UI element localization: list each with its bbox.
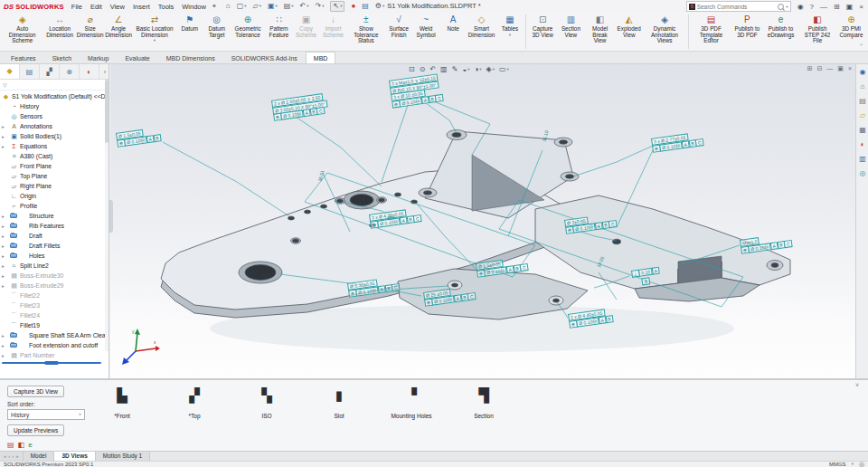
document-tab[interactable]: 3D Views (54, 452, 95, 461)
ribbon-button[interactable]: ◈ Auto Dimension Scheme (2, 14, 42, 44)
tree-item[interactable]: ▸ ≈ Split Line2 (0, 261, 108, 271)
ribbon-button[interactable]: ~ Weld Symbol (412, 14, 439, 38)
tile-windows-icon[interactable]: ⊞ (834, 3, 840, 11)
doc-close-icon[interactable]: × (848, 65, 852, 72)
tree-item[interactable]: ▸ Σ Equations (0, 141, 108, 151)
capture-3d-view-button[interactable]: Capture 3D View (7, 386, 64, 397)
menu-item[interactable]: Tools (158, 3, 175, 11)
ribbon-button[interactable]: ◧ Publish STEP 242 File (798, 14, 836, 44)
doc-tile-icon[interactable]: ⊞ (807, 65, 813, 72)
user-login-icon[interactable]: ◉ (797, 3, 804, 11)
expand-arrow-icon[interactable]: ▸ (2, 353, 5, 358)
close-icon[interactable]: × (859, 3, 863, 11)
expand-arrow-icon[interactable]: ▸ (2, 343, 5, 348)
zoom-to-area-icon[interactable]: ⊙ (420, 65, 426, 73)
mbd-annotation[interactable]: 3 x Ø 4.30±0.05⊕Ø 0.10ⓂABC (369, 207, 422, 228)
ribbon-button[interactable]: ⊕ Geometric Tolerance (231, 14, 266, 38)
sort-order-select[interactable]: History ˅ (7, 409, 85, 420)
chevron-down-icon[interactable]: ▾ (275, 2, 277, 11)
ribbon-button[interactable]: ⌀ Size Dimension (77, 14, 104, 38)
tree-item[interactable]: ▱ Front Plane (0, 161, 108, 171)
document-tab[interactable]: Model (24, 452, 55, 461)
expand-arrow-icon[interactable]: ▸ (2, 263, 5, 269)
mbd-annotation[interactable]: ⊥0.10AB (631, 267, 661, 287)
ribbon-button[interactable]: ▥ Section View (557, 14, 584, 38)
tree-item[interactable]: ▱ Right Plane (0, 181, 108, 191)
ribbon-button[interactable]: ▣ Copy Scheme (293, 14, 320, 38)
publish-3d-pdf-icon[interactable]: ▤ (7, 441, 14, 449)
menu-item[interactable]: View (110, 3, 125, 11)
new-file-icon[interactable]: ▢ ▾ (237, 2, 247, 11)
search-commands-box[interactable]: S ▾ (686, 1, 791, 12)
ribbon-button[interactable] (688, 14, 689, 49)
search-icon[interactable] (778, 4, 784, 10)
propertymanager-tab[interactable]: ▤ (20, 64, 40, 79)
ribbon-button[interactable]: e Publish to eDrawings (763, 14, 798, 38)
mbd-annotation[interactable]: Ø 1.5±0.05⊕Ø 0.10ⓂAB (116, 127, 162, 147)
command-tab[interactable]: Markup (80, 52, 117, 63)
options-icon[interactable]: ⚙ ▾ (375, 2, 384, 11)
ribbon-button[interactable]: ⊡ Capture 3D View (528, 14, 557, 38)
doc-restore-icon[interactable]: ▣ (837, 65, 844, 72)
ribbon-button[interactable]: ◭ Exploded View (616, 14, 643, 38)
featuremanager-tab[interactable]: ◆ (0, 64, 20, 79)
select-cursor-icon[interactable]: ↖ ▾ (330, 1, 344, 12)
minimize-icon[interactable]: — (820, 3, 827, 11)
mbd-annotation[interactable]: Ø 25 ±0.05⊕Ø 0.10ⓂABC (423, 285, 476, 306)
view-thumbnail-item[interactable]: ▜ Section (448, 384, 520, 419)
tree-item[interactable]: ▸ Square Shaft SEA Arm Clearance (0, 330, 108, 340)
save-icon[interactable]: ▣ ▾ (268, 2, 278, 11)
undo-icon[interactable]: ↶ ▾ (300, 2, 309, 11)
chevron-down-icon[interactable]: ▾ (507, 67, 509, 71)
view-thumbnail-item[interactable]: ▞ *Top (158, 384, 231, 419)
publish-step-icon[interactable]: ◧ (18, 441, 25, 449)
ribbon-button[interactable]: ∷ Pattern Feature (265, 14, 292, 38)
view-thumbnail-item[interactable]: ▙ *Front (86, 384, 158, 419)
expand-arrow-icon[interactable]: ▸ (2, 273, 5, 279)
tree-item[interactable]: ⌒ Fillet23 (0, 300, 108, 310)
design-library-icon[interactable]: ▤ (856, 94, 868, 108)
chevron-down-icon[interactable]: ▾ (467, 67, 469, 71)
tree-scrollbar[interactable] (105, 80, 108, 351)
tree-item[interactable]: ▸ Foot extension and cutoff (0, 340, 108, 350)
view-thumbnail-item[interactable]: ▮ Slot (303, 384, 375, 419)
chevron-down-icon[interactable]: ▾ (479, 67, 481, 71)
expand-arrow-icon[interactable]: ▸ (2, 134, 5, 139)
file-explorer-icon[interactable]: ▱ (856, 109, 868, 122)
configurationmanager-tab[interactable]: ▞ (40, 64, 60, 79)
chevron-down-icon[interactable]: ▾ (154, 38, 156, 43)
graphics-viewport[interactable]: ⊡ ⊙ ↶ ▥ ✎ (110, 64, 855, 378)
tree-item[interactable]: ⌐ Profile (0, 201, 108, 211)
ribbon-button[interactable]: ∠ Angle Dimension (104, 14, 134, 38)
units-value[interactable]: MMGS (829, 462, 846, 467)
ribbon-button[interactable]: √ Surface Finish (385, 14, 412, 38)
mbd-annotation[interactable]: Ø 5.30±0.05⊕Ø 0.10ⓂABC (347, 276, 401, 297)
chevron-down-icon[interactable]: ▾ (322, 2, 324, 11)
tree-item[interactable]: ▸ Structure (0, 211, 108, 221)
expand-arrow-icon[interactable]: ▸ (2, 214, 5, 219)
redo-icon[interactable]: ↷ ▾ (316, 2, 325, 11)
displaymanager-tab[interactable]: ◐ (80, 64, 99, 79)
collapse-panel-icon[interactable]: ˅ (855, 382, 859, 388)
tree-item[interactable]: ◔ History (0, 101, 108, 111)
chevron-down-icon[interactable]: ▾ (259, 2, 261, 11)
ribbon-button[interactable]: ◧ Model Break View (584, 14, 615, 44)
doc-minimize-icon[interactable]: — (826, 65, 833, 72)
collapse-ribbon-icon[interactable]: ⌃ (859, 43, 863, 49)
mbd-annotation[interactable]: Ø 3±0.05⊕Ø 0.10ⓂABC (564, 213, 618, 234)
filter-icon[interactable]: ▽ (3, 81, 7, 88)
view-thumbnail-item[interactable]: ▝ Mounting Holes (375, 384, 448, 419)
tree-item[interactable]: ▸ Draft Fillets (0, 241, 108, 251)
tree-item[interactable]: ▸ Draft (0, 231, 108, 241)
command-tab[interactable]: Sketch (44, 52, 80, 63)
tree-item[interactable]: ⌒ Fillet22 (0, 291, 108, 300)
doc-cascade-icon[interactable]: ⊟ (816, 65, 822, 72)
ribbon-button[interactable]: ◇ Smart Dimension (467, 14, 496, 38)
menu-item[interactable]: Window (182, 3, 206, 11)
view-thumbnail-item[interactable]: ▚ ISO (231, 384, 303, 419)
ribbon-button[interactable]: ± Show Tolerance Status (347, 14, 385, 44)
appearances-icon[interactable]: ◐ (856, 138, 868, 151)
help-icon[interactable]: ? (810, 3, 814, 11)
ribbon-button[interactable]: ⇄ Basic Location Dimension ▾ (133, 14, 175, 43)
ribbon-button[interactable] (525, 14, 526, 49)
